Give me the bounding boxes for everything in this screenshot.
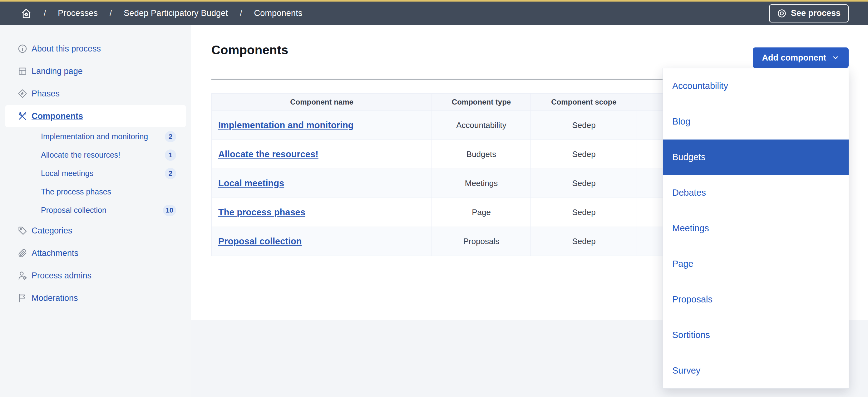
dropdown-item[interactable]: Page <box>663 246 849 282</box>
table-column-header: Component type <box>432 93 531 111</box>
table-column-header: Component name <box>212 93 432 111</box>
component-scope-cell: Sedep <box>531 198 637 227</box>
sidebar-subitem-label: Implementation and monitoring <box>41 132 148 141</box>
count-badge: 2 <box>165 168 176 179</box>
sidebar-top-list: About this process Landing page Phases C… <box>0 37 191 127</box>
breadcrumb-separator: / <box>110 8 112 18</box>
topbar: / Processes / Sedep Participatory Budget… <box>0 0 868 25</box>
phases-icon <box>18 89 28 99</box>
count-badge: 2 <box>165 131 176 142</box>
sidebar-item-label: Moderations <box>32 293 78 303</box>
sidebar-item-label: About this process <box>32 44 101 54</box>
sidebar-item[interactable]: Landing page <box>0 60 191 82</box>
component-type-cell: Page <box>432 198 531 227</box>
count-badge: 1 <box>165 150 176 161</box>
breadcrumb-link[interactable]: Processes <box>58 8 98 18</box>
dropdown-item[interactable]: Debates <box>663 175 849 211</box>
tools-icon <box>18 111 28 121</box>
eye-icon <box>777 9 786 18</box>
dropdown-item[interactable]: Blog <box>663 104 849 139</box>
component-name-link[interactable]: Implementation and monitoring <box>218 120 353 130</box>
see-process-label: See process <box>791 8 840 18</box>
sidebar-item[interactable]: Process admins <box>0 264 191 287</box>
sidebar-subitem-label: Local meetings <box>41 169 93 178</box>
breadcrumb-segment: / Processes <box>44 8 98 18</box>
tag-icon <box>18 226 28 236</box>
dropdown-item[interactable]: Proposals <box>663 282 849 317</box>
home-icon <box>21 8 32 19</box>
sidebar-item[interactable]: Moderations <box>0 287 191 309</box>
add-component-label: Add component <box>762 53 826 63</box>
sidebar-item-label: Landing page <box>32 66 83 76</box>
sidebar-item[interactable]: Attachments <box>0 242 191 264</box>
breadcrumb: / Processes / Sedep Participatory Budget… <box>21 8 303 19</box>
sidebar-item[interactable]: Phases <box>0 82 191 105</box>
landing-page-icon <box>18 66 28 76</box>
breadcrumb-separator: / <box>240 8 242 18</box>
breadcrumb-link[interactable]: Components <box>254 8 302 18</box>
info-icon <box>18 44 28 54</box>
sidebar-item-label: Attachments <box>32 249 79 258</box>
component-name-link[interactable]: Proposal collection <box>218 236 302 246</box>
component-name-link[interactable]: Local meetings <box>218 178 284 188</box>
sidebar-item[interactable]: About this process <box>0 37 191 60</box>
sidebar-item-label: Phases <box>32 89 60 99</box>
breadcrumb-link[interactable]: Sedep Participatory Budget <box>124 8 228 18</box>
home-breadcrumb-link[interactable] <box>21 8 32 19</box>
component-type-cell: Meetings <box>432 169 531 198</box>
sidebar-subitem-label: Proposal collection <box>41 206 106 215</box>
component-scope-cell: Sedep <box>531 169 637 198</box>
sidebar-bottom-list: Categories Attachments Process admins Mo… <box>0 220 191 309</box>
sidebar-subitem[interactable]: The process phases <box>0 183 191 201</box>
see-process-button[interactable]: See process <box>769 4 849 23</box>
breadcrumb-items: / Processes / Sedep Participatory Budget… <box>44 8 303 18</box>
dropdown-item[interactable]: Budgets <box>663 139 849 175</box>
add-component-dropdown: AccountabilityBlogBudgetsDebatesMeetings… <box>662 68 849 389</box>
paperclip-icon <box>18 248 28 258</box>
sidebar-subitem-label: Allocate the resources! <box>41 151 120 160</box>
dropdown-item[interactable]: Meetings <box>663 211 849 246</box>
sidebar-item-label: Categories <box>32 226 72 236</box>
add-component-button[interactable]: Add component <box>753 47 849 68</box>
component-scope-cell: Sedep <box>531 140 637 169</box>
page-title: Components <box>211 43 288 57</box>
component-name-link[interactable]: Allocate the resources! <box>218 149 318 159</box>
sidebar-subitem[interactable]: Proposal collection 10 <box>0 201 191 220</box>
component-scope-cell: Sedep <box>531 111 637 140</box>
component-type-cell: Budgets <box>432 140 531 169</box>
component-scope-cell: Sedep <box>531 227 637 256</box>
breadcrumb-segment: / Components <box>240 8 302 18</box>
sidebar-component-sublist: Implementation and monitoring 2 Allocate… <box>0 127 191 220</box>
count-badge: 10 <box>163 205 176 216</box>
flag-icon <box>18 293 28 303</box>
sidebar: About this process Landing page Phases C… <box>0 25 191 397</box>
sidebar-item[interactable]: Components <box>5 105 186 127</box>
sidebar-item-label: Components <box>32 111 83 121</box>
breadcrumb-segment: / Sedep Participatory Budget <box>110 8 228 18</box>
sidebar-subitem[interactable]: Implementation and monitoring 2 <box>0 127 191 146</box>
dropdown-item[interactable]: Sortitions <box>663 317 849 353</box>
chevron-down-icon <box>832 54 839 62</box>
dropdown-item[interactable]: Survey <box>663 353 849 388</box>
sidebar-subitem[interactable]: Local meetings 2 <box>0 164 191 183</box>
sidebar-subitem-label: The process phases <box>41 187 111 196</box>
sidebar-subitem[interactable]: Allocate the resources! 1 <box>0 146 191 164</box>
component-name-link[interactable]: The process phases <box>218 207 305 217</box>
user-gear-icon <box>18 271 28 280</box>
sidebar-item[interactable]: Categories <box>0 220 191 242</box>
sidebar-item-label: Process admins <box>32 271 91 280</box>
dropdown-item[interactable]: Accountability <box>663 68 849 104</box>
component-type-cell: Proposals <box>432 227 531 256</box>
component-type-cell: Accountability <box>432 111 531 140</box>
admin-app: / Processes / Sedep Participatory Budget… <box>0 0 868 397</box>
breadcrumb-separator: / <box>44 8 46 18</box>
table-column-header: Component scope <box>531 93 637 111</box>
